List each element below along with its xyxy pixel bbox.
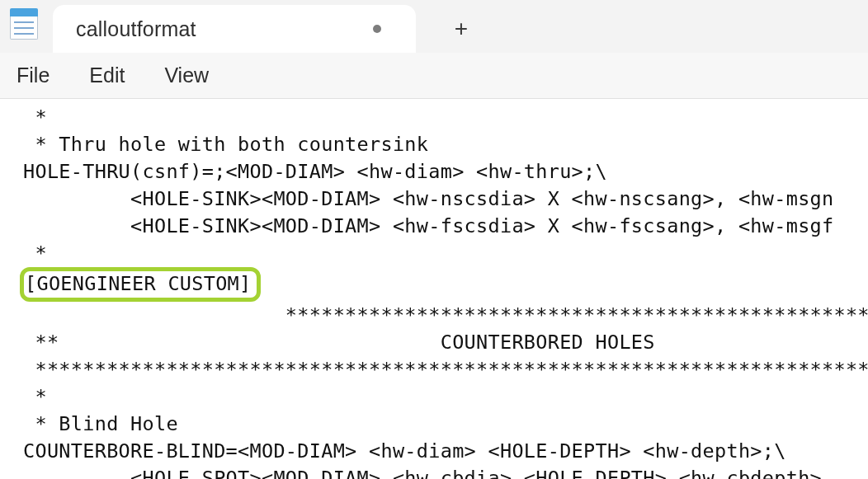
editor-content[interactable]: * * Thru hole with both countersink HOLE…	[0, 99, 868, 479]
code-line: *	[23, 106, 47, 129]
code-line: *	[23, 242, 47, 265]
code-line: ****************************************…	[23, 358, 868, 381]
highlighted-section-header: [GOENGINEER CUSTOM]	[20, 267, 261, 302]
code-line: * Thru hole with both countersink	[23, 133, 428, 156]
modified-dot-icon	[373, 25, 381, 33]
code-line: <HOLE-SINK><MOD-DIAM> <hw-nscsdia> X <hw…	[23, 187, 833, 210]
code-line: HOLE-THRU(csnf)=;<MOD-DIAM> <hw-diam> <h…	[23, 160, 607, 183]
tab-title: calloutformat	[76, 17, 196, 41]
code-line: ** COUNTERBORED HOLES	[23, 331, 655, 354]
code-line: COUNTERBORE-BLIND=<MOD-DIAM> <hw-diam> <…	[23, 439, 786, 463]
menu-file[interactable]: File	[17, 63, 50, 87]
menu-bar: File Edit View	[0, 53, 868, 99]
code-line: <HOLE-SPOT><MOD-DIAM> <hw-cbdia> <HOLE-D…	[23, 467, 822, 479]
tab-active[interactable]: calloutformat	[53, 5, 416, 53]
new-tab-button[interactable]: +	[441, 8, 482, 49]
menu-view[interactable]: View	[164, 63, 209, 87]
menu-edit[interactable]: Edit	[89, 63, 125, 87]
code-line: *	[23, 385, 47, 408]
notepad-icon	[10, 8, 38, 41]
code-line: <HOLE-SINK><MOD-DIAM> <hw-fscsdia> X <hw…	[23, 214, 833, 237]
code-line: * Blind Hole	[23, 412, 178, 435]
code-line: ****************************************…	[23, 303, 868, 326]
title-bar: calloutformat +	[0, 0, 868, 53]
